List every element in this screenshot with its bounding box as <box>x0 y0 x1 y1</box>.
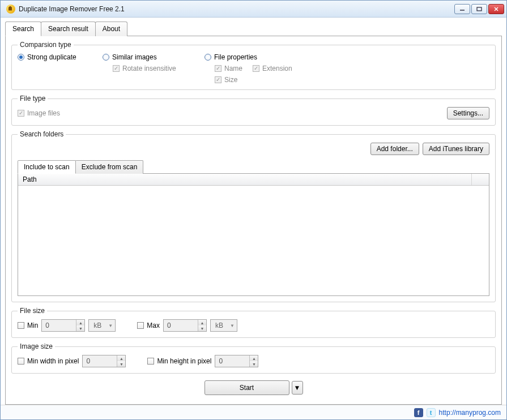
start-dropdown-button[interactable]: ▼ <box>292 381 303 395</box>
minimize-button[interactable] <box>454 4 470 14</box>
add-folder-button[interactable]: Add folder... <box>370 143 419 155</box>
min-width-input[interactable] <box>83 355 117 367</box>
down-icon[interactable]: ▼ <box>198 325 206 331</box>
imagesize-legend: Image size <box>18 342 55 350</box>
max-size-input[interactable] <box>164 320 198 331</box>
settings-button[interactable]: Settings... <box>447 107 489 119</box>
check-extension: Extension <box>253 65 292 72</box>
up-icon[interactable]: ▲ <box>76 320 84 325</box>
chevron-down-icon: ▼ <box>230 323 235 328</box>
check-size: Size <box>215 76 489 84</box>
tab-search-result[interactable]: Search result <box>41 22 96 36</box>
svg-rect-1 <box>477 7 482 11</box>
min-height-spinner[interactable]: ▲▼ <box>215 355 258 367</box>
filesize-legend: File size <box>18 307 47 315</box>
max-size-unit[interactable]: kB▼ <box>210 319 237 332</box>
tab-about[interactable]: About <box>95 22 127 36</box>
app-icon <box>6 5 15 14</box>
search-pane: Comparsion type Strong duplicate Similar… <box>5 36 502 405</box>
maximize-button[interactable] <box>471 4 487 14</box>
check-min-size[interactable]: Min <box>18 322 38 329</box>
window-title: Duplicate Image Remover Free 2.1 <box>19 5 454 13</box>
check-min-width[interactable]: Min width in pixel <box>18 357 79 365</box>
check-min-height[interactable]: Min height in pixel <box>147 357 211 365</box>
subtab-include[interactable]: Include to scan <box>18 160 76 174</box>
check-max-size[interactable]: Max <box>137 322 160 329</box>
down-icon[interactable]: ▼ <box>250 361 258 367</box>
search-folders-legend: Search folders <box>18 130 66 138</box>
min-size-unit[interactable]: kB▼ <box>88 319 116 332</box>
comparison-type-group: Comparsion type Strong duplicate Similar… <box>11 41 496 90</box>
radio-file-properties[interactable]: File properties <box>204 53 489 61</box>
search-folders-group: Search folders Add folder... Add iTunes … <box>11 130 496 302</box>
filetype-legend: File type <box>18 95 48 102</box>
add-itunes-button[interactable]: Add iTunes library <box>423 143 489 155</box>
folder-grid[interactable]: Path <box>18 173 489 296</box>
start-button[interactable]: Start <box>204 380 289 395</box>
comparison-legend: Comparsion type <box>18 41 74 49</box>
app-window: Duplicate Image Remover Free 2.1 Search … <box>0 0 507 420</box>
chevron-down-icon: ▼ <box>294 384 301 392</box>
down-icon[interactable]: ▼ <box>117 361 125 367</box>
min-size-spinner[interactable]: ▲▼ <box>41 319 85 332</box>
image-size-group: Image size Min width in pixel ▲▼ Min hei… <box>11 342 496 374</box>
col-spacer <box>472 174 489 185</box>
file-type-group: File type Image files Settings... <box>11 95 496 126</box>
chevron-down-icon: ▼ <box>108 323 113 328</box>
folder-grid-body[interactable] <box>18 186 489 295</box>
down-icon[interactable]: ▼ <box>76 325 84 331</box>
check-image-files: Image files <box>18 109 60 117</box>
titlebar[interactable]: Duplicate Image Remover Free 2.1 <box>1 1 506 18</box>
up-icon[interactable]: ▲ <box>250 355 258 361</box>
website-link[interactable]: http://manyprog.com <box>439 409 501 417</box>
min-width-spinner[interactable]: ▲▼ <box>82 355 126 367</box>
check-rotate-insensitive: Rotate insensitive <box>113 65 204 72</box>
file-size-group: File size Min ▲▼ kB▼ Max ▲▼ kB▼ <box>11 307 496 338</box>
subtab-exclude[interactable]: Exclude from scan <box>75 160 144 174</box>
up-icon[interactable]: ▲ <box>117 355 125 361</box>
radio-strong-duplicate[interactable]: Strong duplicate <box>18 53 103 61</box>
max-size-spinner[interactable]: ▲▼ <box>163 319 207 332</box>
min-size-input[interactable] <box>42 320 76 331</box>
radio-similar-images[interactable]: Similar images <box>103 53 204 61</box>
main-tabs: Search Search result About <box>5 21 502 36</box>
up-icon[interactable]: ▲ <box>198 320 206 325</box>
close-button[interactable] <box>488 4 504 14</box>
check-name: Name <box>215 65 242 72</box>
col-path[interactable]: Path <box>18 174 472 185</box>
tab-search[interactable]: Search <box>5 22 41 36</box>
min-height-input[interactable] <box>215 355 249 367</box>
facebook-icon[interactable]: f <box>414 408 423 417</box>
twitter-icon[interactable]: t <box>427 408 436 417</box>
statusbar: f t http://manyprog.com <box>1 405 506 419</box>
